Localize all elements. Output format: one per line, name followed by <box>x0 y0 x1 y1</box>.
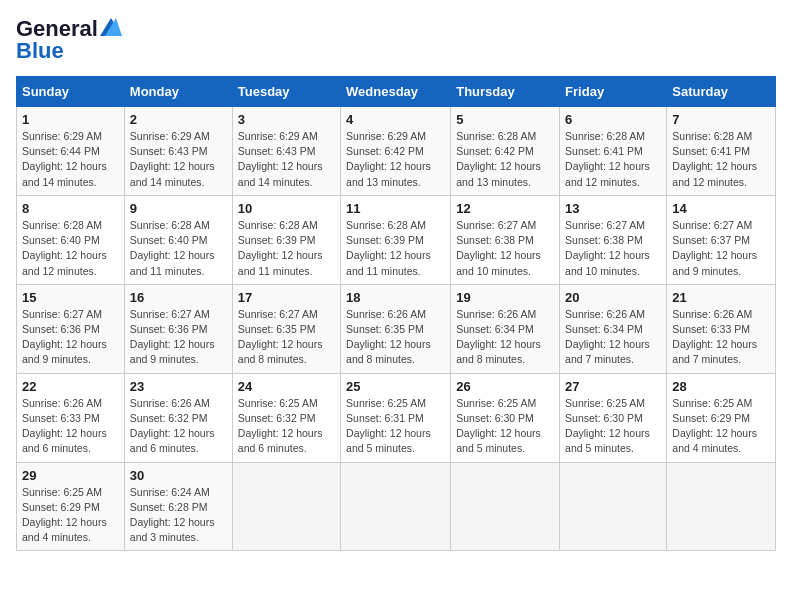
calendar-table: SundayMondayTuesdayWednesdayThursdayFrid… <box>16 76 776 551</box>
day-number: 25 <box>346 379 445 394</box>
calendar-cell: 29 Sunrise: 6:25 AM Sunset: 6:29 PM Dayl… <box>17 462 125 551</box>
day-number: 19 <box>456 290 554 305</box>
calendar-cell <box>232 462 340 551</box>
day-number: 17 <box>238 290 335 305</box>
calendar-cell: 9 Sunrise: 6:28 AM Sunset: 6:40 PM Dayli… <box>124 195 232 284</box>
day-number: 16 <box>130 290 227 305</box>
calendar-cell <box>341 462 451 551</box>
weekday-header-saturday: Saturday <box>667 77 776 107</box>
day-number: 22 <box>22 379 119 394</box>
day-number: 21 <box>672 290 770 305</box>
weekday-header-friday: Friday <box>560 77 667 107</box>
logo: General Blue <box>16 16 122 64</box>
calendar-cell: 5 Sunrise: 6:28 AM Sunset: 6:42 PM Dayli… <box>451 107 560 196</box>
calendar-cell: 2 Sunrise: 6:29 AM Sunset: 6:43 PM Dayli… <box>124 107 232 196</box>
calendar-cell: 25 Sunrise: 6:25 AM Sunset: 6:31 PM Dayl… <box>341 373 451 462</box>
day-detail: Sunrise: 6:26 AM Sunset: 6:35 PM Dayligh… <box>346 307 445 368</box>
day-number: 28 <box>672 379 770 394</box>
day-detail: Sunrise: 6:26 AM Sunset: 6:34 PM Dayligh… <box>456 307 554 368</box>
day-number: 6 <box>565 112 661 127</box>
calendar-cell: 24 Sunrise: 6:25 AM Sunset: 6:32 PM Dayl… <box>232 373 340 462</box>
day-detail: Sunrise: 6:27 AM Sunset: 6:38 PM Dayligh… <box>565 218 661 279</box>
calendar-week-5: 29 Sunrise: 6:25 AM Sunset: 6:29 PM Dayl… <box>17 462 776 551</box>
calendar-cell: 12 Sunrise: 6:27 AM Sunset: 6:38 PM Dayl… <box>451 195 560 284</box>
page-header: General Blue <box>16 16 776 64</box>
weekday-header-monday: Monday <box>124 77 232 107</box>
day-detail: Sunrise: 6:28 AM Sunset: 6:39 PM Dayligh… <box>238 218 335 279</box>
day-number: 9 <box>130 201 227 216</box>
day-number: 8 <box>22 201 119 216</box>
day-detail: Sunrise: 6:27 AM Sunset: 6:35 PM Dayligh… <box>238 307 335 368</box>
calendar-cell: 20 Sunrise: 6:26 AM Sunset: 6:34 PM Dayl… <box>560 284 667 373</box>
day-detail: Sunrise: 6:25 AM Sunset: 6:30 PM Dayligh… <box>456 396 554 457</box>
calendar-cell: 7 Sunrise: 6:28 AM Sunset: 6:41 PM Dayli… <box>667 107 776 196</box>
weekday-header-sunday: Sunday <box>17 77 125 107</box>
day-detail: Sunrise: 6:28 AM Sunset: 6:40 PM Dayligh… <box>22 218 119 279</box>
calendar-header-row: SundayMondayTuesdayWednesdayThursdayFrid… <box>17 77 776 107</box>
day-number: 27 <box>565 379 661 394</box>
calendar-cell: 18 Sunrise: 6:26 AM Sunset: 6:35 PM Dayl… <box>341 284 451 373</box>
calendar-body: 1 Sunrise: 6:29 AM Sunset: 6:44 PM Dayli… <box>17 107 776 551</box>
day-detail: Sunrise: 6:26 AM Sunset: 6:32 PM Dayligh… <box>130 396 227 457</box>
calendar-week-4: 22 Sunrise: 6:26 AM Sunset: 6:33 PM Dayl… <box>17 373 776 462</box>
day-detail: Sunrise: 6:28 AM Sunset: 6:41 PM Dayligh… <box>672 129 770 190</box>
day-number: 14 <box>672 201 770 216</box>
day-detail: Sunrise: 6:25 AM Sunset: 6:31 PM Dayligh… <box>346 396 445 457</box>
day-detail: Sunrise: 6:29 AM Sunset: 6:43 PM Dayligh… <box>238 129 335 190</box>
calendar-cell: 15 Sunrise: 6:27 AM Sunset: 6:36 PM Dayl… <box>17 284 125 373</box>
day-detail: Sunrise: 6:25 AM Sunset: 6:29 PM Dayligh… <box>672 396 770 457</box>
weekday-header-wednesday: Wednesday <box>341 77 451 107</box>
day-number: 29 <box>22 468 119 483</box>
day-detail: Sunrise: 6:29 AM Sunset: 6:43 PM Dayligh… <box>130 129 227 190</box>
day-detail: Sunrise: 6:26 AM Sunset: 6:33 PM Dayligh… <box>672 307 770 368</box>
day-number: 4 <box>346 112 445 127</box>
day-detail: Sunrise: 6:26 AM Sunset: 6:34 PM Dayligh… <box>565 307 661 368</box>
day-detail: Sunrise: 6:28 AM Sunset: 6:39 PM Dayligh… <box>346 218 445 279</box>
day-number: 3 <box>238 112 335 127</box>
calendar-cell <box>560 462 667 551</box>
day-detail: Sunrise: 6:27 AM Sunset: 6:36 PM Dayligh… <box>22 307 119 368</box>
day-number: 23 <box>130 379 227 394</box>
day-detail: Sunrise: 6:27 AM Sunset: 6:36 PM Dayligh… <box>130 307 227 368</box>
day-detail: Sunrise: 6:29 AM Sunset: 6:42 PM Dayligh… <box>346 129 445 190</box>
calendar-week-3: 15 Sunrise: 6:27 AM Sunset: 6:36 PM Dayl… <box>17 284 776 373</box>
day-number: 12 <box>456 201 554 216</box>
day-detail: Sunrise: 6:28 AM Sunset: 6:42 PM Dayligh… <box>456 129 554 190</box>
calendar-cell: 19 Sunrise: 6:26 AM Sunset: 6:34 PM Dayl… <box>451 284 560 373</box>
calendar-cell: 6 Sunrise: 6:28 AM Sunset: 6:41 PM Dayli… <box>560 107 667 196</box>
day-number: 10 <box>238 201 335 216</box>
day-number: 20 <box>565 290 661 305</box>
calendar-cell: 11 Sunrise: 6:28 AM Sunset: 6:39 PM Dayl… <box>341 195 451 284</box>
day-number: 2 <box>130 112 227 127</box>
calendar-cell: 10 Sunrise: 6:28 AM Sunset: 6:39 PM Dayl… <box>232 195 340 284</box>
day-detail: Sunrise: 6:28 AM Sunset: 6:41 PM Dayligh… <box>565 129 661 190</box>
day-number: 24 <box>238 379 335 394</box>
calendar-cell: 3 Sunrise: 6:29 AM Sunset: 6:43 PM Dayli… <box>232 107 340 196</box>
day-detail: Sunrise: 6:27 AM Sunset: 6:38 PM Dayligh… <box>456 218 554 279</box>
calendar-cell: 17 Sunrise: 6:27 AM Sunset: 6:35 PM Dayl… <box>232 284 340 373</box>
calendar-cell: 22 Sunrise: 6:26 AM Sunset: 6:33 PM Dayl… <box>17 373 125 462</box>
calendar-cell: 16 Sunrise: 6:27 AM Sunset: 6:36 PM Dayl… <box>124 284 232 373</box>
day-number: 7 <box>672 112 770 127</box>
calendar-cell: 1 Sunrise: 6:29 AM Sunset: 6:44 PM Dayli… <box>17 107 125 196</box>
day-number: 30 <box>130 468 227 483</box>
weekday-header-thursday: Thursday <box>451 77 560 107</box>
calendar-cell: 21 Sunrise: 6:26 AM Sunset: 6:33 PM Dayl… <box>667 284 776 373</box>
day-detail: Sunrise: 6:27 AM Sunset: 6:37 PM Dayligh… <box>672 218 770 279</box>
calendar-cell: 27 Sunrise: 6:25 AM Sunset: 6:30 PM Dayl… <box>560 373 667 462</box>
calendar-cell: 23 Sunrise: 6:26 AM Sunset: 6:32 PM Dayl… <box>124 373 232 462</box>
day-number: 11 <box>346 201 445 216</box>
calendar-week-1: 1 Sunrise: 6:29 AM Sunset: 6:44 PM Dayli… <box>17 107 776 196</box>
day-number: 26 <box>456 379 554 394</box>
logo-icon <box>100 18 122 36</box>
calendar-cell: 28 Sunrise: 6:25 AM Sunset: 6:29 PM Dayl… <box>667 373 776 462</box>
calendar-cell: 14 Sunrise: 6:27 AM Sunset: 6:37 PM Dayl… <box>667 195 776 284</box>
calendar-cell <box>451 462 560 551</box>
calendar-cell: 30 Sunrise: 6:24 AM Sunset: 6:28 PM Dayl… <box>124 462 232 551</box>
day-number: 13 <box>565 201 661 216</box>
day-detail: Sunrise: 6:25 AM Sunset: 6:32 PM Dayligh… <box>238 396 335 457</box>
logo-blue: Blue <box>16 38 64 64</box>
day-detail: Sunrise: 6:24 AM Sunset: 6:28 PM Dayligh… <box>130 485 227 546</box>
calendar-cell <box>667 462 776 551</box>
day-detail: Sunrise: 6:26 AM Sunset: 6:33 PM Dayligh… <box>22 396 119 457</box>
